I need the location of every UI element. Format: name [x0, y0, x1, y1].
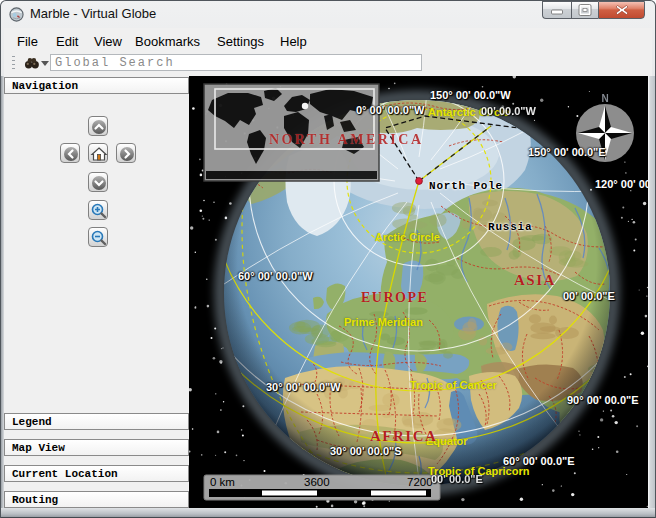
- svg-text:3600: 3600: [304, 476, 330, 488]
- svg-text:N: N: [601, 93, 608, 104]
- svg-text:7200: 7200: [407, 476, 433, 488]
- svg-text:0 km: 0 km: [210, 476, 235, 488]
